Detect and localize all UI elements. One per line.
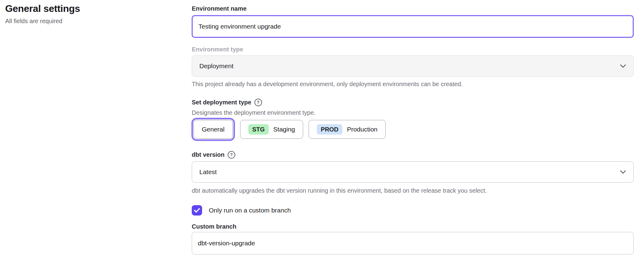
deployment-type-staging-button[interactable]: STG Staging [240,120,303,139]
deployment-type-general-label: General [202,126,225,133]
custom-branch-input[interactable] [192,232,634,254]
help-icon[interactable]: ? [228,151,235,159]
deployment-type-helper: Designates the deployment environment ty… [192,108,634,117]
custom-branch-label: Custom branch [192,222,634,231]
environment-type-helper: This project already has a development e… [192,80,634,88]
page-title: General settings [5,3,80,14]
dbt-version-select[interactable]: Latest [192,161,634,183]
custom-branch-checkbox[interactable] [192,205,202,216]
staging-badge: STG [248,124,269,135]
dbt-version-label-row: dbt version ? [192,150,634,159]
deployment-type-label-row: Set deployment type ? [192,98,634,107]
custom-branch-checkbox-label: Only run on a custom branch [209,207,291,214]
help-icon[interactable]: ? [254,99,262,106]
deployment-type-options: General STG Staging PROD Production [192,120,634,139]
environment-name-input[interactable] [192,15,634,38]
deployment-type-label: Set deployment type [192,98,251,107]
dbt-version-value: Latest [199,168,217,176]
environment-type-select[interactable]: Deployment [192,55,634,77]
deployment-type-general-button[interactable]: General [194,120,233,139]
environment-name-label: Environment name [192,4,634,13]
deployment-type-production-label: Production [347,126,377,133]
production-badge: PROD [317,124,342,135]
page-header: General settings All fields are required [5,3,80,25]
chevron-down-icon [620,64,626,68]
page-subtitle: All fields are required [5,18,80,25]
dbt-version-helper: dbt automatically upgrades the dbt versi… [192,186,634,195]
deployment-type-production-button[interactable]: PROD Production [309,120,386,139]
environment-type-label: Environment type [192,45,634,54]
settings-form: Environment name Environment type Deploy… [192,0,634,254]
custom-branch-checkbox-row: Only run on a custom branch [192,205,634,216]
check-icon [194,208,200,213]
deployment-type-staging-label: Staging [273,126,295,133]
dbt-version-label: dbt version [192,150,225,159]
chevron-down-icon [620,170,626,174]
environment-type-value: Deployment [199,62,233,70]
